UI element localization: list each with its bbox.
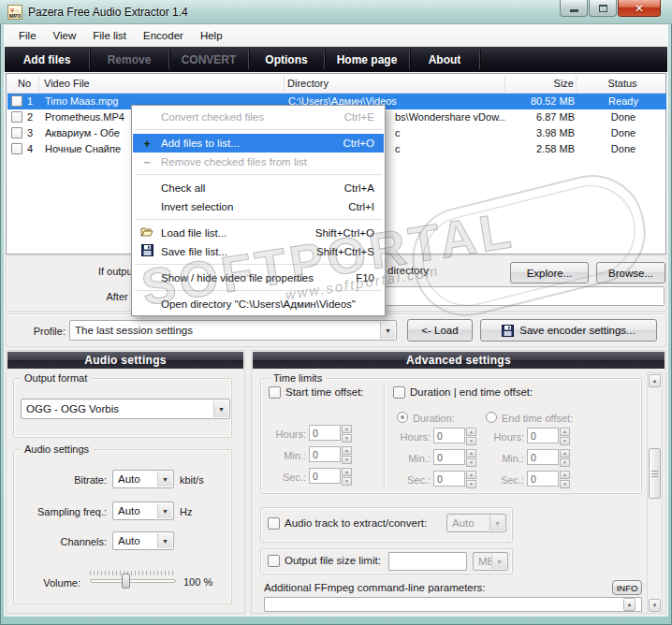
- ffmpeg-scroll-up[interactable]: ▲: [623, 598, 635, 611]
- app-icon-mp3: MP3: [8, 13, 22, 19]
- audio-track-label: Audio track to extract/convert:: [285, 517, 427, 529]
- row-status: Done: [580, 111, 666, 123]
- home-page-button[interactable]: Home page: [325, 47, 409, 72]
- end-sec-label: Sec.:: [474, 474, 524, 486]
- start-offset-checkbox[interactable]: [269, 386, 281, 399]
- menu-item-add-files[interactable]: + Add files to list... Ctrl+O: [133, 134, 384, 153]
- audio-track-combo: Auto ▼: [446, 514, 506, 532]
- spin-down-icon[interactable]: ▼: [560, 458, 570, 467]
- duration-radio-label: Duration:: [413, 413, 455, 424]
- column-header-no[interactable]: No: [18, 78, 31, 89]
- ffmpeg-params-label: Additional FFmpeg command-line parameter…: [264, 582, 486, 593]
- spin-up-icon[interactable]: ▲: [342, 425, 352, 433]
- row-checkbox[interactable]: [11, 95, 22, 107]
- save-encoder-settings-button[interactable]: Save encoder settings...: [480, 319, 657, 342]
- dropdown-arrow-icon[interactable]: ▼: [157, 533, 172, 548]
- menu-item-remove-checked: − Remove checked files from list: [133, 153, 384, 171]
- dropdown-arrow-icon[interactable]: ▼: [380, 322, 395, 339]
- menu-item-save-file-list[interactable]: Save file list... Shift+Ctrl+S: [133, 242, 384, 261]
- column-header-directory[interactable]: Directory: [287, 78, 329, 89]
- dropdown-arrow-icon[interactable]: ▼: [213, 400, 228, 417]
- load-profile-button[interactable]: <- Load: [407, 319, 473, 342]
- duration-radio[interactable]: [397, 412, 408, 423]
- menu-item-load-file-list[interactable]: Load file list... Shift+Ctrl+O: [133, 224, 384, 242]
- dropdown-arrow-icon[interactable]: ▼: [157, 472, 172, 487]
- profile-combo[interactable]: The last session settings ▼: [69, 320, 397, 341]
- menu-file-list[interactable]: File list: [84, 27, 135, 44]
- menu-item-open-directory[interactable]: Open directory "C:\Users\Админ\Videos": [133, 295, 384, 313]
- explore-button[interactable]: Explore...: [510, 262, 589, 283]
- end-min-spinner[interactable]: 0▲▼: [527, 449, 570, 465]
- options-button[interactable]: Options: [249, 47, 324, 72]
- start-min-label: Min.:: [256, 450, 306, 461]
- browse-button[interactable]: Browse...: [596, 262, 665, 283]
- start-min-spinner[interactable]: 0▲▼: [309, 446, 352, 462]
- volume-slider-thumb[interactable]: [122, 574, 130, 589]
- duration-sec-spinner[interactable]: 0▲▼: [433, 471, 476, 487]
- output-format-combo[interactable]: OGG - OGG Vorbis ▼: [21, 399, 230, 419]
- menu-item-label: Remove checked files from list: [161, 156, 307, 167]
- sampling-freq-combo[interactable]: Auto ▼: [112, 501, 174, 520]
- size-limit-input[interactable]: [388, 552, 467, 571]
- column-header-status[interactable]: Status: [579, 78, 665, 89]
- menu-encoder[interactable]: Encoder: [135, 27, 192, 44]
- scrollbar-up-button[interactable]: ▲: [649, 374, 661, 387]
- dropdown-arrow-icon[interactable]: ▼: [157, 503, 172, 518]
- menu-item-check-all[interactable]: Check all Ctrl+A: [133, 179, 384, 197]
- advanced-scrollbar[interactable]: ▲ ▼: [647, 372, 663, 614]
- scrollbar-thumb[interactable]: [649, 448, 661, 499]
- menu-view[interactable]: View: [45, 27, 85, 44]
- spin-down-icon[interactable]: ▼: [560, 437, 570, 445]
- row-checkbox[interactable]: [11, 111, 22, 123]
- scrollbar-down-button[interactable]: ▼: [649, 599, 661, 612]
- title-bar[interactable]: V→ MP3 Pazera Free Audio Extractor 1.4 ✕: [0, 0, 672, 24]
- menu-item-show-properties[interactable]: Show / hide video file properties F10: [133, 269, 384, 287]
- row-checkbox[interactable]: [11, 127, 22, 138]
- menu-item-label: Load file list...: [161, 227, 226, 239]
- spin-down-icon[interactable]: ▼: [560, 480, 570, 488]
- channels-combo[interactable]: Auto ▼: [112, 531, 174, 550]
- menu-file[interactable]: File: [10, 27, 45, 44]
- row-checkbox[interactable]: [11, 143, 22, 154]
- app-icon: V→ MP3: [7, 5, 22, 20]
- duration-checkbox[interactable]: [393, 386, 405, 399]
- end-offset-radio[interactable]: [486, 412, 497, 423]
- spin-up-icon[interactable]: ▲: [342, 468, 352, 476]
- info-button[interactable]: INFO: [612, 580, 642, 595]
- spin-down-icon[interactable]: ▼: [342, 434, 352, 443]
- maximize-button[interactable]: [589, 0, 617, 17]
- menu-help[interactable]: Help: [192, 27, 231, 44]
- start-hours-spinner[interactable]: 0▲▼: [309, 425, 352, 441]
- menu-item-invert-selection[interactable]: Invert selection Ctrl+I: [133, 197, 384, 216]
- duration-min-spinner[interactable]: 0▲▼: [433, 449, 476, 465]
- spin-up-icon[interactable]: ▲: [560, 449, 570, 458]
- menu-item-shortcut: Shift+Ctrl+O: [315, 227, 374, 239]
- end-hours-spinner[interactable]: 0▲▼: [527, 428, 570, 443]
- spin-down-icon[interactable]: ▼: [342, 477, 352, 486]
- spin-up-icon[interactable]: ▲: [342, 446, 352, 455]
- toolbar-separator: [479, 50, 480, 69]
- close-button[interactable]: ✕: [618, 0, 661, 17]
- menu-item-shortcut: Ctrl+A: [344, 182, 374, 194]
- column-header-size[interactable]: Size: [508, 78, 574, 89]
- spin-up-icon[interactable]: ▲: [560, 471, 570, 479]
- spin-up-icon[interactable]: ▲: [560, 428, 570, 436]
- start-sec-spinner[interactable]: 0▲▼: [309, 468, 352, 484]
- duration-hours-spinner[interactable]: 0▲▼: [433, 428, 476, 443]
- about-button[interactable]: About: [410, 47, 479, 72]
- end-sec-spinner[interactable]: 0▲▼: [527, 471, 570, 487]
- save-icon: [139, 244, 155, 259]
- add-files-button[interactable]: Add files: [5, 47, 89, 72]
- context-menu: Convert checked files Ctrl+E + Add files…: [131, 105, 386, 316]
- ffmpeg-params-input[interactable]: [264, 597, 642, 612]
- bitrate-combo[interactable]: Auto ▼: [112, 470, 174, 488]
- row-number: 2: [27, 111, 40, 123]
- minimize-button[interactable]: [560, 0, 588, 17]
- size-limit-checkbox[interactable]: [268, 555, 280, 567]
- save-encoder-settings-label: Save encoder settings...: [519, 325, 635, 336]
- audio-track-checkbox[interactable]: [268, 517, 280, 530]
- column-header-video-file[interactable]: Video File: [44, 78, 90, 89]
- spin-down-icon[interactable]: ▼: [342, 456, 352, 464]
- volume-slider[interactable]: [90, 579, 176, 583]
- spinner-value: 0: [433, 428, 465, 443]
